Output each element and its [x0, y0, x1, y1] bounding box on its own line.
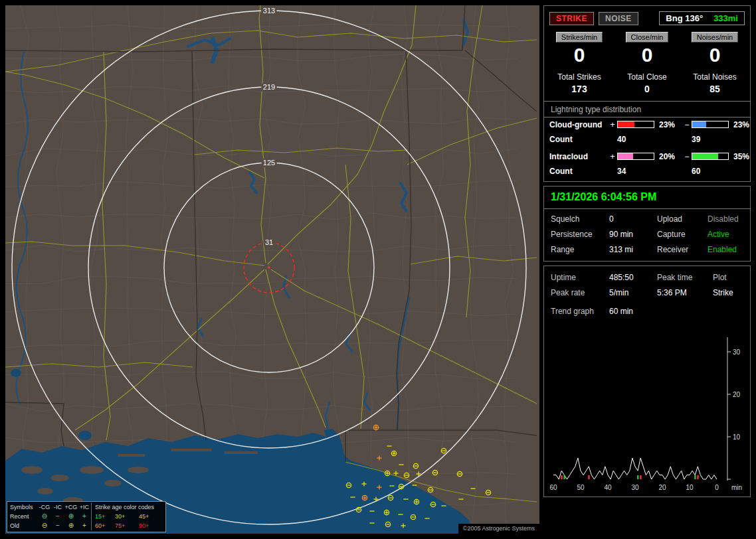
strike-indicator[interactable]: STRIKE	[549, 12, 594, 25]
uptime-value: 485:50	[609, 273, 657, 282]
uptime-peak-grid: Uptime 485:50 Peak time Plot Peak rate 5…	[544, 266, 750, 301]
trend-marker	[640, 475, 641, 479]
map-area: 31125219313 Symbols -CG -IC +CG +IC Stri…	[5, 5, 539, 534]
ring-label-313: 313	[263, 7, 275, 15]
peak-rate-value: 5/min	[609, 288, 657, 297]
trend-marker	[694, 475, 696, 479]
legend-age-15: 15+	[91, 512, 115, 521]
control-panel: STRIKE NOISE Bng 136° 333mi Strikes/min …	[543, 5, 751, 501]
strike-legend: Symbols -CG -IC +CG +IC Strike age color…	[7, 501, 166, 532]
noise-indicator[interactable]: NOISE	[599, 12, 638, 25]
trend-marker	[561, 475, 562, 479]
plot-value: Strike	[713, 288, 743, 297]
counter-close: Close/min 0 Total Close 0	[613, 32, 681, 94]
persistence-value: 90 min	[609, 230, 657, 239]
minus-sign: −	[682, 152, 692, 161]
plus-sign: +	[608, 152, 617, 161]
cloud-ground-row: Cloud-ground + 23% − 23%	[544, 117, 750, 131]
cg-pos-percent: 23%	[654, 120, 682, 129]
peak-time-value: 5:36 PM	[657, 288, 713, 297]
x-tick-label: 30	[631, 484, 639, 491]
squelch-label: Squelch	[551, 214, 609, 224]
plot-label: Plot	[713, 273, 743, 282]
legend-old-row: Old⊖−⊕+60+75+90+	[10, 521, 163, 530]
uptime-label: Uptime	[551, 273, 609, 282]
total-close-label: Total Close	[627, 72, 666, 82]
persistence-label: Persistence	[551, 230, 609, 239]
intracloud-label: Intracloud	[549, 152, 608, 161]
trend-graph-row: Trend graph 60 min	[544, 301, 750, 317]
cg-pos-count: 40	[617, 135, 654, 144]
legend-symbols-title: Symbols	[10, 502, 38, 512]
counter-noises: Noises/min 0 Total Noises 85	[681, 32, 749, 94]
trend-graph-label: Trend graph	[551, 307, 609, 316]
cg-neg-percent: 23%	[729, 120, 754, 129]
ic-pos-bar	[617, 153, 654, 160]
strikes-per-min-button[interactable]: Strikes/min	[556, 32, 603, 42]
legend-recent-row: Recent⊖−⊕+15+30+45+	[10, 512, 163, 521]
legend-age-title: Strike age color codes	[91, 502, 163, 512]
upload-label: Upload	[657, 214, 708, 224]
count-label: Count	[549, 135, 608, 144]
total-noises-label: Total Noises	[693, 72, 736, 82]
capture-label: Capture	[657, 230, 708, 239]
legend-symbol-negcg: ⊖	[38, 521, 51, 530]
ic-neg-count: 60	[692, 167, 729, 176]
legend-symbol-posic: +	[78, 512, 91, 521]
plus-sign: +	[608, 120, 617, 129]
legend-symbol-negic: −	[51, 521, 64, 530]
app-window: 31125219313 Symbols -CG -IC +CG +IC Stri…	[0, 0, 756, 539]
noises-per-min-value: 0	[709, 44, 721, 67]
noises-per-min-button[interactable]: Noises/min	[692, 32, 738, 42]
total-strikes-label: Total Strikes	[557, 72, 601, 82]
legend-symbol-posic: +	[78, 521, 91, 530]
strikes-per-min-value: 0	[574, 44, 585, 67]
x-tick-label: 40	[604, 484, 612, 491]
copyright-notice: ©2005 Astrogenic Systems	[458, 524, 539, 534]
ic-neg-bar	[692, 153, 729, 160]
y-tick-label: 20	[733, 390, 741, 398]
legend-age-45: 45+	[139, 512, 163, 521]
bearing-value: Bng 136°	[666, 13, 703, 23]
ring-label-219: 219	[263, 83, 275, 91]
legend-col-neg-cg: -CG	[38, 502, 51, 512]
trend-section: Uptime 485:50 Peak time Plot Peak rate 5…	[543, 266, 751, 497]
ic-pos-percent: 20%	[654, 152, 682, 161]
range-readout-value: 333mi	[713, 13, 738, 23]
distribution-title: Lightning type distribution	[544, 102, 750, 117]
trend-marker	[637, 475, 638, 479]
peak-rate-label: Peak rate	[551, 288, 609, 297]
legend-col-pos-cg: +CG	[64, 502, 78, 512]
legend-symbol-poscg: ⊕	[64, 521, 78, 530]
x-tick-label: 20	[658, 484, 666, 491]
legend-age-30: 30+	[115, 512, 139, 521]
legend-symbol-poscg: ⊕	[64, 512, 78, 521]
trend-marker	[588, 475, 589, 479]
squelch-value: 0	[609, 214, 657, 224]
receiver-location-marker	[268, 267, 270, 269]
strike-stats-section: STRIKE NOISE Bng 136° 333mi Strikes/min …	[543, 5, 751, 182]
intracloud-count-row: Count 34 60	[544, 163, 750, 181]
legend-col-pos-ic: +IC	[78, 502, 91, 512]
legend-header-row: Symbols -CG -IC +CG +IC Strike age color…	[10, 502, 163, 512]
cg-pos-bar	[617, 121, 654, 128]
legend-symbol-negcg: ⊖	[38, 512, 51, 521]
capture-status: Active	[708, 230, 743, 239]
legend-age-90: 90+	[139, 521, 163, 530]
x-unit-label: min	[731, 484, 742, 491]
legend-col-neg-ic: -IC	[51, 502, 64, 512]
indicator-row: STRIKE NOISE Bng 136° 333mi	[544, 6, 750, 29]
receiver-label: Receiver	[657, 245, 708, 254]
ic-neg-percent: 35%	[729, 152, 754, 161]
x-tick-label: 10	[686, 484, 694, 491]
close-per-min-button[interactable]: Close/min	[626, 32, 669, 42]
cg-neg-bar	[692, 121, 729, 128]
legend-symbol-negic: −	[51, 512, 64, 521]
peak-time-label: Peak time	[657, 273, 713, 282]
legend-row-label: Old	[10, 521, 38, 530]
lightning-map[interactable]: 31125219313	[5, 5, 539, 534]
x-tick-label: 0	[715, 484, 719, 491]
strike-rate-trace	[553, 458, 717, 479]
close-per-min-value: 0	[642, 44, 653, 67]
cloud-ground-count-row: Count 40 39	[544, 131, 750, 149]
